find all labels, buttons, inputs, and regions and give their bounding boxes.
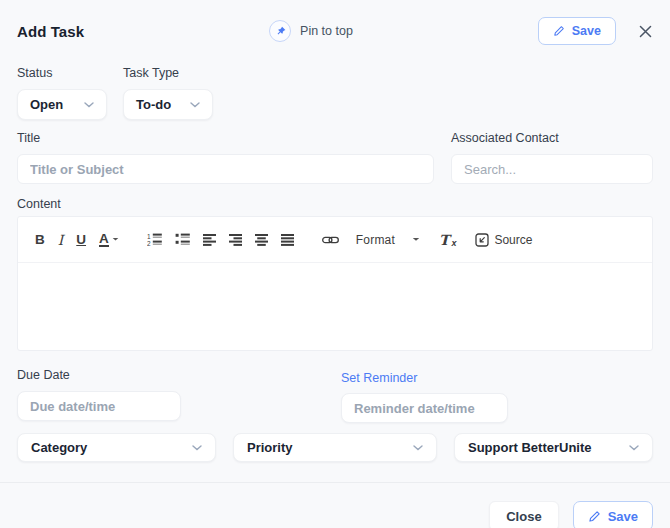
close-icon [638,24,653,39]
chevron-down-icon [413,445,423,451]
title-label: Title [17,131,434,146]
link-button[interactable] [321,233,340,247]
due-date-row: Due Date Set Reminder [0,368,670,423]
title-row: Title Associated Contact [0,131,670,184]
pencil-icon [588,510,601,523]
task-type-select[interactable]: To-do [123,89,213,120]
priority-select[interactable]: Priority [233,433,437,462]
assignee-value: Support BetterUnite [468,440,592,455]
contact-search-input[interactable] [451,154,653,184]
align-right-button[interactable] [228,232,243,248]
status-field: Status Open [17,66,107,120]
text-color-glyph: A [99,232,109,247]
due-date-input[interactable] [17,391,181,421]
selects-row: Category Priority Support BetterUnite [0,433,670,462]
header-actions: Save [538,17,653,45]
bulleted-list-button[interactable] [174,231,191,248]
due-date-field: Due Date [17,368,341,423]
task-type-value: To-do [136,97,171,112]
pin-to-top-button[interactable]: Pin to top [269,20,353,42]
status-label: Status [17,66,107,81]
svg-text:2: 2 [147,240,151,246]
chevron-down-icon [112,237,119,242]
align-right-icon [229,234,242,246]
pin-to-top-label: Pin to top [300,24,353,38]
chevron-down-icon [192,445,202,451]
align-center-icon [255,234,268,246]
align-center-button[interactable] [254,232,269,248]
format-label: Format [356,233,395,247]
add-task-modal: Add Task Pin to top Save Status [0,0,670,528]
associated-contact-label: Associated Contact [451,131,653,146]
link-icon [322,235,339,245]
source-icon [475,233,489,247]
status-select[interactable]: Open [17,89,107,120]
rich-text-editor: B I U A 1 2 [17,216,653,351]
save-button-label: Save [608,509,638,524]
numbered-list-icon: 1 2 [147,233,162,246]
remove-format-sub-glyph: x [451,238,456,248]
task-type-field: Task Type To-do [123,66,213,120]
priority-value: Priority [247,440,293,455]
justify-button[interactable] [280,232,295,248]
chevron-down-icon [629,445,639,451]
chevron-down-icon [412,237,420,242]
content-section: Content B I U A 1 [0,197,670,351]
page-title: Add Task [17,23,84,40]
chevron-down-icon [84,102,94,108]
remove-format-button[interactable]: T x [438,230,457,250]
source-button[interactable]: Source [474,231,533,249]
editor-body[interactable] [18,263,652,350]
pin-icon [269,20,291,42]
underline-button[interactable]: U [75,230,87,249]
save-button-footer[interactable]: Save [573,501,653,528]
title-input[interactable] [17,154,434,184]
associated-contact-field: Associated Contact [451,131,653,184]
status-value: Open [30,97,63,112]
pencil-icon [553,25,565,37]
assignee-select[interactable]: Support BetterUnite [454,433,653,462]
save-button-label: Save [572,24,601,38]
text-color-button[interactable]: A [98,230,120,249]
modal-header: Add Task Pin to top Save [0,0,670,45]
save-button-header[interactable]: Save [538,17,616,45]
close-button-header[interactable] [638,24,653,39]
task-type-label: Task Type [123,66,213,81]
bulleted-list-icon [175,233,190,246]
status-row: Status Open Task Type To-do [0,66,670,120]
category-select[interactable]: Category [17,433,216,462]
title-field: Title [17,131,434,184]
remove-format-glyph: T [439,232,449,248]
category-value: Category [31,440,87,455]
source-label: Source [494,233,532,247]
set-reminder-link[interactable]: Set Reminder [341,371,417,385]
reminder-field: Set Reminder [341,368,508,423]
align-left-icon [203,234,216,246]
italic-button[interactable]: I [57,230,65,250]
chevron-down-icon [190,102,200,108]
close-button[interactable]: Close [489,501,558,528]
editor-toolbar: B I U A 1 2 [18,217,652,262]
format-dropdown[interactable]: Format [351,231,421,249]
due-date-label: Due Date [17,368,341,383]
modal-footer: Close Save [0,483,670,528]
align-left-button[interactable] [202,232,217,248]
bold-button[interactable]: B [34,230,46,249]
numbered-list-button[interactable]: 1 2 [146,231,163,248]
reminder-input[interactable] [341,393,508,423]
content-label: Content [17,197,653,212]
justify-icon [281,234,294,246]
